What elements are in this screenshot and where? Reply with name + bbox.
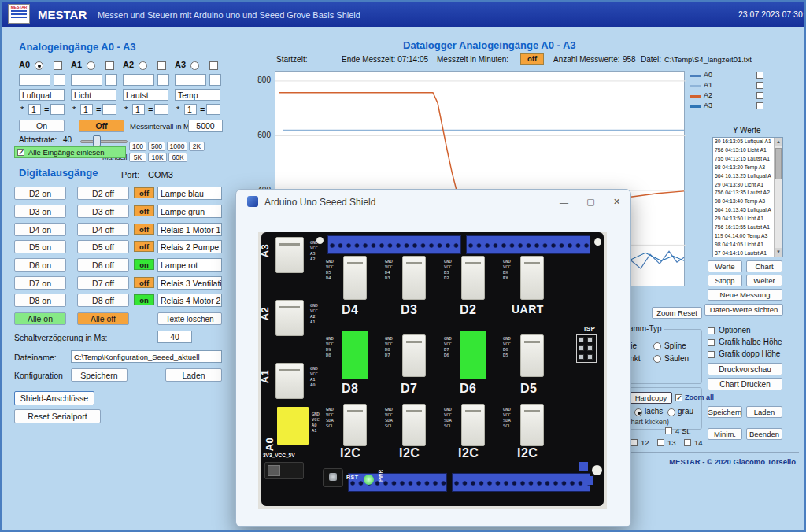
- zoom-reset-button[interactable]: Zoom Reset: [652, 307, 702, 319]
- a1-result-input[interactable]: [102, 104, 116, 115]
- chart-drucken-button[interactable]: Chart Drucken: [708, 378, 782, 390]
- a3-result-input[interactable]: [206, 104, 220, 115]
- d8-on-button[interactable]: D8 on: [14, 294, 66, 307]
- ywerte-item[interactable]: 564 16:13:25 Luftqual A: [713, 172, 782, 181]
- abtastrate-slider-thumb[interactable]: [93, 135, 101, 146]
- texte-loeschen-button[interactable]: Texte löschen: [157, 312, 222, 325]
- stopp-button[interactable]: Stopp: [708, 275, 742, 286]
- scrollbar-thumb[interactable]: [775, 148, 782, 179]
- d3-off-button[interactable]: D3 off: [77, 205, 129, 218]
- reset-serialport-button[interactable]: Reset Serialport: [14, 409, 101, 423]
- rate-2k-button[interactable]: 2K: [189, 142, 205, 151]
- rate-60k-button[interactable]: 60K: [168, 153, 187, 162]
- legend-checkbox-a0[interactable]: [756, 72, 763, 79]
- channel-a0-radio[interactable]: [35, 61, 43, 70]
- a2-aux-input[interactable]: [157, 74, 169, 86]
- ywerte-item[interactable]: 37 04:14:10 Lautst A1: [713, 249, 782, 257]
- minim-button[interactable]: Minim.: [708, 428, 742, 440]
- d8-off-button[interactable]: D8 off: [77, 294, 129, 307]
- a1-value-input[interactable]: [71, 74, 102, 86]
- alle-eingaenge-checkbox[interactable]: [17, 149, 24, 156]
- d5-off-button[interactable]: D5 off: [77, 240, 129, 253]
- ywerte-item[interactable]: 756 16:13:55 Lautst A1: [713, 224, 782, 232]
- hardcopy-button[interactable]: Hardcopy: [630, 392, 672, 404]
- grau-radio[interactable]: [667, 408, 675, 416]
- konfig-laden-button[interactable]: Laden: [165, 368, 222, 382]
- d2-off-button[interactable]: D2 off: [77, 187, 129, 200]
- ywerte-item[interactable]: 30 16:13:05 Luftqual A1: [713, 138, 782, 146]
- a0-factor-input[interactable]: 1: [28, 104, 41, 115]
- legend-checkbox-a1[interactable]: [756, 82, 763, 89]
- dateiname-input[interactable]: C:\Temp\Konfiguration_Seeed_aktuell: [71, 350, 222, 363]
- alle-on-button[interactable]: Alle on: [14, 312, 66, 325]
- a3-aux-input[interactable]: [209, 74, 221, 86]
- d5-text-input[interactable]: Relais 2 Pumpe: [157, 240, 222, 253]
- optionen-checkbox[interactable]: [708, 327, 715, 334]
- d2-text-input[interactable]: Lampe blau: [157, 187, 222, 200]
- logger-laden-button[interactable]: Laden: [746, 406, 782, 418]
- d6-text-input[interactable]: Lampe rot: [157, 258, 222, 272]
- ywerte-listbox[interactable]: 30 16:13:05 Luftqual A1 756 04:13:10 Lic…: [712, 137, 783, 257]
- rate-1000-button[interactable]: 1000: [167, 142, 187, 151]
- maximize-icon[interactable]: ▢: [580, 194, 601, 209]
- werte-button[interactable]: Werte: [708, 260, 742, 272]
- weiter-button[interactable]: Weiter: [746, 275, 782, 286]
- chart-button[interactable]: Chart: [746, 260, 782, 272]
- d2-on-button[interactable]: D2 on: [14, 187, 66, 200]
- grafik-dopp-checkbox[interactable]: [708, 351, 715, 358]
- minimize-icon[interactable]: —: [553, 194, 575, 209]
- d4-off-button[interactable]: D4 off: [77, 223, 129, 236]
- close-icon[interactable]: ✕: [606, 194, 627, 209]
- ywerte-item[interactable]: 755 04:13:15 Lautst A1: [713, 155, 782, 164]
- ywerte-item[interactable]: 29 04:13:30 Licht A1: [713, 181, 782, 190]
- a0-value-input[interactable]: [19, 74, 50, 86]
- ywerte-item[interactable]: 29 04:13:50 Licht A1: [713, 215, 782, 224]
- channel-a1-checkbox[interactable]: [105, 61, 114, 70]
- a0-name-input[interactable]: Luftqual: [19, 89, 65, 101]
- d7-off-button[interactable]: D7 off: [77, 276, 129, 290]
- scrollbar-up-icon[interactable]: ▲: [775, 138, 782, 146]
- messintervall-input[interactable]: 5000: [188, 120, 223, 132]
- spline-radio[interactable]: [653, 342, 661, 350]
- titlebar[interactable]: MESTAR MESTAR Messen und Steuern mit Ard…: [2, 2, 804, 27]
- grafik-halbe-checkbox[interactable]: [708, 339, 715, 346]
- legend-checkbox-a3[interactable]: [756, 102, 763, 109]
- d3-on-button[interactable]: D3 on: [14, 205, 66, 218]
- d7-text-input[interactable]: Relais 3 Ventilation: [157, 276, 222, 290]
- alle-off-button[interactable]: Alle off: [77, 312, 129, 325]
- a1-aux-input[interactable]: [105, 74, 117, 86]
- a2-value-input[interactable]: [123, 74, 154, 86]
- saeulen-radio[interactable]: [653, 355, 661, 363]
- a2-name-input[interactable]: Lautst: [123, 89, 168, 101]
- d8-text-input[interactable]: Relais 4 Motor 2: [157, 294, 222, 307]
- ywerte-item[interactable]: 98 04:13:20 Temp A3: [713, 164, 782, 172]
- daten-werte-sichten-button[interactable]: Daten-Werte sichten: [704, 304, 783, 316]
- abtastrate-slider-track[interactable]: [80, 140, 128, 143]
- channel-a2-checkbox[interactable]: [157, 61, 166, 70]
- a3-factor-input[interactable]: 1: [184, 104, 197, 115]
- neue-messung-button[interactable]: Neue Messung: [708, 289, 782, 301]
- druckvorschau-button[interactable]: Druckvorschau: [708, 363, 782, 375]
- rate-500-button[interactable]: 500: [148, 142, 165, 151]
- channel-a0-checkbox[interactable]: [54, 61, 62, 70]
- ywerte-item[interactable]: 756 04:13:10 Licht A1: [713, 146, 782, 155]
- d4-text-input[interactable]: Relais 1 Motor 1: [157, 223, 222, 236]
- logger-speichern-button[interactable]: Speichern: [708, 406, 742, 418]
- ywerte-item[interactable]: 564 16:13:45 Luftqual A: [713, 206, 782, 215]
- legend-checkbox-a2[interactable]: [756, 92, 763, 99]
- beenden-button[interactable]: Beenden: [746, 428, 782, 440]
- ywerte-item[interactable]: 98 04:13:40 Temp A3: [713, 198, 782, 206]
- rate-5k-button[interactable]: 5K: [129, 153, 146, 162]
- d6-on-button[interactable]: D6 on: [14, 258, 66, 272]
- a3-value-input[interactable]: [175, 74, 206, 86]
- channel-a3-checkbox[interactable]: [209, 61, 218, 70]
- vier-st-checkbox[interactable]: [665, 427, 672, 434]
- zoom-all-checkbox[interactable]: [675, 394, 682, 401]
- shield-anschluesse-button[interactable]: Shield-Anschlüsse: [14, 391, 94, 405]
- a3-name-input[interactable]: Temp: [175, 89, 220, 101]
- d5-on-button[interactable]: D5 on: [14, 240, 66, 253]
- delay-input[interactable]: 40: [157, 331, 192, 343]
- cb12-checkbox[interactable]: [630, 439, 638, 446]
- channel-a2-radio[interactable]: [139, 61, 147, 70]
- rate-10k-button[interactable]: 10K: [148, 153, 167, 162]
